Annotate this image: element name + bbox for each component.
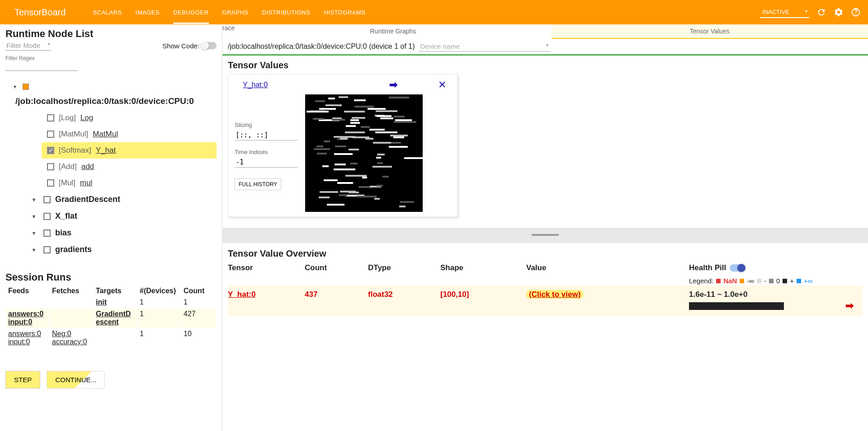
tensor-link[interactable]: Y_hat:0: [243, 81, 268, 89]
nav-tabs: SCALARS IMAGES DEBUGGER GRAPHS DISTRIBUT…: [93, 0, 760, 24]
target-link[interactable]: GradientDescent: [96, 310, 131, 326]
node-name[interactable]: Y_hat: [96, 146, 116, 155]
session-runs-table: Feeds Fetches Targets #(Devices) Count i…: [5, 285, 217, 348]
tab-debugger[interactable]: DEBUGGER: [173, 0, 208, 24]
device-path: /job:localhost/replica:0/task:0/device:C…: [15, 96, 217, 106]
overview-row[interactable]: Y_hat:0 437 float32 [100,10] (Click to v…: [228, 286, 863, 316]
chevron-down-icon[interactable]: ▾: [14, 84, 20, 90]
dtype-value: float32: [368, 290, 440, 312]
session-runs-title: Session Runs: [5, 272, 217, 283]
group-bias[interactable]: ▾ bias: [33, 225, 217, 241]
checkbox-icon[interactable]: [47, 114, 54, 122]
time-indices-input[interactable]: [235, 157, 298, 168]
slicing-input[interactable]: [235, 130, 298, 141]
checkbox-icon[interactable]: [47, 179, 54, 187]
session-row[interactable]: answers:0input:0 GradientDescent 1 427: [6, 309, 216, 328]
health-pill-toggle[interactable]: [730, 264, 745, 272]
checkbox-icon[interactable]: [47, 163, 54, 170]
arrow-right-icon[interactable]: ➡: [845, 300, 854, 312]
col-count: Count: [182, 286, 216, 296]
checkbox-icon[interactable]: [43, 213, 51, 220]
group-gradients[interactable]: ▾ gradients: [33, 241, 217, 258]
node-mul[interactable]: [Mul] mul: [47, 175, 217, 191]
gear-icon[interactable]: [834, 7, 844, 17]
tensor-value-overview: Tensor Value Overview Tensor Count DType…: [222, 243, 868, 322]
health-pill-label: Health Pill: [689, 263, 726, 272]
range-text: 1.6e-11 ~ 1.0e+0: [689, 290, 748, 299]
group-name: GradientDescent: [55, 195, 120, 204]
tensor-name-link[interactable]: Y_hat:0: [228, 290, 255, 299]
left-panel: Runtime Node List Filter Mode Show Code:…: [0, 24, 222, 431]
chevron-down-icon[interactable]: ▾: [33, 213, 39, 220]
tab-histograms[interactable]: HISTOGRAMS: [324, 0, 365, 24]
tab-graphs[interactable]: GRAPHS: [222, 0, 249, 24]
col-devices: #(Devices): [138, 286, 181, 296]
checkbox-icon[interactable]: [43, 230, 51, 237]
legend-label: Legend:: [689, 277, 713, 285]
arrow-right-icon[interactable]: ➡: [389, 79, 397, 91]
session-row[interactable]: init 1 1: [6, 297, 216, 308]
header: TensorBoard SCALARS IMAGES DEBUGGER GRAP…: [0, 0, 868, 24]
node-name[interactable]: add: [81, 162, 94, 171]
node-name[interactable]: Log: [80, 113, 93, 122]
tab-images[interactable]: IMAGES: [136, 0, 160, 24]
chevron-down-icon[interactable]: ▾: [33, 247, 39, 253]
filter-regex-input[interactable]: [5, 63, 78, 71]
node-name[interactable]: MatMul: [93, 130, 118, 139]
col-count: Count: [305, 263, 368, 272]
checkbox-icon[interactable]: [43, 196, 51, 203]
feed-link[interactable]: answers:0input:0: [8, 330, 41, 346]
continue-button[interactable]: CONTINUE...: [47, 371, 105, 389]
help-icon[interactable]: [851, 7, 861, 17]
node-add[interactable]: [Add] add: [47, 159, 217, 175]
refresh-icon[interactable]: [816, 7, 826, 17]
node-type: [MatMul]: [59, 130, 88, 139]
node-log[interactable]: [Log] Log: [47, 110, 217, 126]
fetch-link[interactable]: Neg:0accuracy:0: [52, 330, 87, 346]
node-name[interactable]: mul: [80, 178, 92, 187]
close-icon[interactable]: ✕: [438, 79, 446, 91]
feed-link[interactable]: answers:0input:0: [8, 310, 43, 326]
session-row[interactable]: answers:0input:0 Neg:0accuracy:0 1 10: [6, 328, 216, 347]
col-tensor: Tensor: [228, 263, 305, 272]
chevron-down-icon[interactable]: ▾: [33, 230, 39, 236]
node-type: [Log]: [59, 113, 76, 122]
show-code-label: Show Code:: [162, 42, 199, 50]
group-xflat[interactable]: ▾ X_flat: [33, 208, 217, 225]
checkbox-icon[interactable]: [43, 246, 51, 253]
checkbox-icon[interactable]: [47, 147, 54, 154]
legend: Legend: NaN -∞ - 0 + +∞: [689, 277, 813, 285]
right-tabs: race Runtime Graphs Tensor Values: [222, 24, 868, 39]
chevron-down-icon[interactable]: ▾: [33, 197, 39, 203]
full-history-button[interactable]: FULL HISTORY: [235, 178, 281, 190]
slicing-label: Slicing: [235, 122, 298, 128]
status-select[interactable]: INACTIVE: [760, 7, 809, 18]
node-matmul[interactable]: [MatMul] MatMul: [47, 126, 217, 142]
show-code-toggle[interactable]: [201, 42, 217, 49]
node-yhat[interactable]: [Softmax] Y_hat: [42, 142, 217, 159]
target-link[interactable]: init: [96, 298, 107, 306]
col-value: Value: [526, 263, 689, 272]
col-dtype: DType: [368, 263, 440, 272]
col-fetches: Fetches: [50, 286, 93, 296]
right-panel: race Runtime Graphs Tensor Values /job:l…: [222, 24, 868, 431]
checkbox-icon[interactable]: [47, 131, 54, 138]
tab-tensor-values[interactable]: Tensor Values: [552, 24, 868, 39]
group-name: X_flat: [55, 211, 77, 221]
tab-scalars[interactable]: SCALARS: [93, 0, 122, 24]
time-indices-label: Time Indices: [235, 149, 298, 155]
resize-handle[interactable]: [222, 228, 868, 243]
health-pill-bar: [689, 302, 784, 310]
click-to-view-link[interactable]: (Click to view): [526, 290, 583, 299]
device-color-box: [23, 84, 29, 90]
device-select[interactable]: Device name: [419, 42, 551, 52]
tab-runtime-graphs[interactable]: Runtime Graphs: [235, 24, 551, 39]
tab-distributions[interactable]: DISTRIBUTIONS: [262, 0, 311, 24]
runtime-node-list-title: Runtime Node List: [5, 28, 217, 40]
col-shape: Shape: [440, 263, 526, 272]
tensor-heatmap: [305, 94, 423, 212]
step-button[interactable]: STEP: [5, 371, 40, 389]
filter-mode-select[interactable]: Filter Mode: [5, 41, 51, 51]
header-right: INACTIVE: [760, 7, 861, 18]
group-gradientdescent[interactable]: ▾ GradientDescent: [33, 191, 217, 208]
